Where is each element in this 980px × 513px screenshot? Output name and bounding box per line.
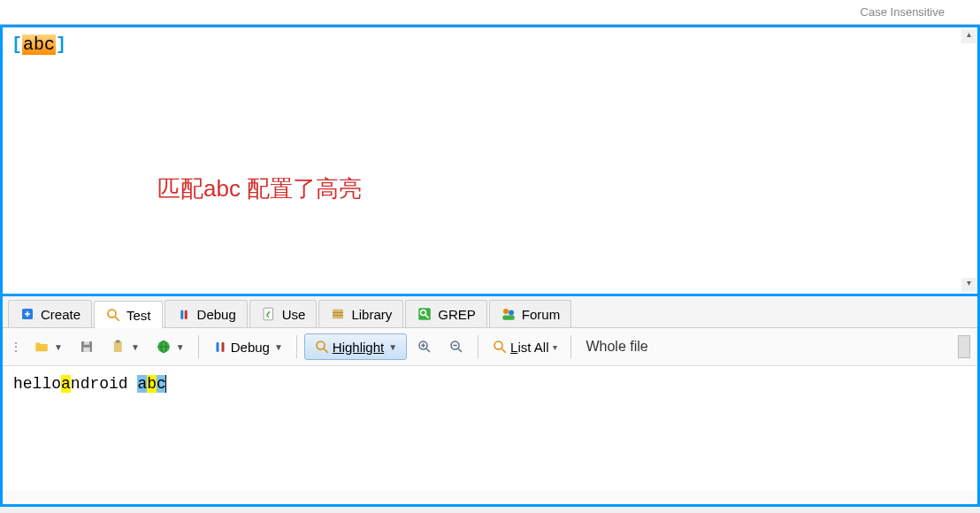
tab-create[interactable]: Create xyxy=(8,300,92,327)
lower-panel: Create Test Debug Use Library xyxy=(0,296,980,507)
tab-debug[interactable]: Debug xyxy=(165,300,248,327)
scroll-down-icon[interactable]: ▾ xyxy=(961,278,976,292)
tab-label: Forum xyxy=(522,307,560,322)
svg-rect-6 xyxy=(333,310,343,319)
svg-point-25 xyxy=(317,341,325,349)
tab-label: Library xyxy=(351,307,392,322)
menu-bar: Case Insensitive xyxy=(0,0,980,25)
svg-rect-17 xyxy=(83,348,90,352)
forum-icon xyxy=(501,306,517,322)
tab-bar: Create Test Debug Use Library xyxy=(3,296,977,328)
regex-match-area: [abc] 匹配abc 配置了高亮 ▴ ▾ xyxy=(0,25,980,296)
annotation-text: 匹配abc 配置了高亮 xyxy=(157,173,362,204)
scope-label[interactable]: Whole file xyxy=(578,339,655,355)
chevron-down-icon: ▼ xyxy=(176,342,185,352)
svg-rect-19 xyxy=(116,341,120,343)
debug-button[interactable]: Debug ▼ xyxy=(206,334,289,359)
chevron-down-icon: ▼ xyxy=(131,342,140,352)
svg-rect-23 xyxy=(216,342,218,352)
svg-point-13 xyxy=(509,310,514,316)
highlight-label: Highlight xyxy=(333,340,384,355)
save-button[interactable] xyxy=(73,334,101,359)
tab-label: GREP xyxy=(438,307,476,322)
list-all-label: List All xyxy=(510,340,548,355)
bracket-close: ] xyxy=(56,34,66,55)
hl-char: a xyxy=(137,375,147,393)
tab-label: Create xyxy=(41,307,80,322)
chevron-down-icon: ▾ xyxy=(553,342,557,352)
svg-point-1 xyxy=(108,310,116,318)
matched-text: abc xyxy=(22,34,56,55)
svg-line-2 xyxy=(115,317,119,321)
scroll-up-icon[interactable]: ▴ xyxy=(961,29,976,43)
svg-rect-3 xyxy=(180,310,183,320)
debug-label: Debug xyxy=(231,340,270,355)
text-segment: ndroid xyxy=(71,375,138,393)
search-icon xyxy=(105,307,121,323)
zoom-in-button[interactable] xyxy=(410,334,439,359)
svg-rect-18 xyxy=(114,341,122,352)
case-option[interactable]: Case Insensitive xyxy=(861,5,945,19)
chevron-down-icon: ▼ xyxy=(274,342,283,352)
bug-icon xyxy=(176,306,192,322)
open-folder-button[interactable]: ▼ xyxy=(27,334,69,359)
bracket-open: [ xyxy=(11,34,22,55)
separator xyxy=(478,335,479,358)
separator xyxy=(570,335,571,358)
scrollbar-thumb[interactable] xyxy=(958,335,970,358)
tab-use[interactable]: Use xyxy=(249,300,318,327)
tab-label: Debug xyxy=(197,307,236,322)
tab-label: Test xyxy=(126,308,151,323)
grep-icon xyxy=(417,306,433,322)
svg-point-34 xyxy=(494,341,502,349)
hl-char: a xyxy=(61,375,71,393)
svg-rect-16 xyxy=(84,341,89,345)
tab-grep[interactable]: GREP xyxy=(405,300,487,327)
paste-button[interactable]: ▼ xyxy=(104,334,146,359)
chevron-down-icon: ▼ xyxy=(388,342,397,352)
separator xyxy=(198,335,199,358)
use-icon xyxy=(261,306,277,322)
svg-line-32 xyxy=(458,348,462,352)
svg-rect-4 xyxy=(184,310,187,320)
svg-rect-24 xyxy=(221,342,224,352)
svg-line-35 xyxy=(501,348,506,353)
list-all-button[interactable]: List All ▾ xyxy=(486,334,563,359)
text-cursor xyxy=(165,375,166,393)
svg-line-26 xyxy=(324,348,328,353)
web-button[interactable]: ▼ xyxy=(149,334,191,359)
library-icon xyxy=(330,306,346,322)
tab-library[interactable]: Library xyxy=(318,300,403,327)
toolbar: ⋮ ▼ ▼ ▼ Debug ▼ Highlight ▼ xyxy=(3,328,977,366)
svg-line-28 xyxy=(426,348,430,352)
match-result: [abc] xyxy=(3,27,977,62)
tab-forum[interactable]: Forum xyxy=(489,300,571,327)
highlight-button[interactable]: Highlight ▼ xyxy=(304,333,407,360)
separator xyxy=(296,335,297,358)
text-segment: hello xyxy=(13,375,61,393)
zoom-out-button[interactable] xyxy=(442,334,471,359)
svg-point-12 xyxy=(503,309,509,314)
create-icon xyxy=(19,306,35,322)
tab-test[interactable]: Test xyxy=(94,301,163,328)
hl-char: b xyxy=(147,375,157,393)
test-text-editor[interactable]: helloandroid abc xyxy=(3,366,977,490)
tab-label: Use xyxy=(282,307,306,322)
chevron-down-icon: ▼ xyxy=(54,342,63,352)
svg-rect-14 xyxy=(502,316,515,320)
